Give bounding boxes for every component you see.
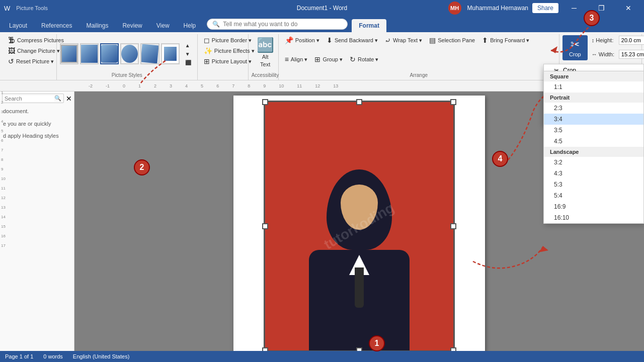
compress-icon: 🗜 — [8, 36, 15, 44]
crop-button-large[interactable]: ✂ Crop — [562, 35, 588, 60]
accessibility-label: Accessibility — [252, 72, 275, 79]
title-bar: W Picture Tools Document1 - Word MH Muha… — [0, 0, 644, 16]
ribbon-tabs: Layout References Mailings Review View H… — [0, 16, 644, 32]
minimize-button[interactable]: ─ — [562, 0, 586, 16]
tab-review[interactable]: Review — [115, 19, 149, 32]
sidebar-close-icon[interactable]: ✕ — [66, 95, 72, 103]
ribbon-search-bar[interactable]: 🔍 — [207, 19, 348, 30]
page-info: Page 1 of 1 — [5, 353, 33, 359]
photo-container[interactable]: tutorkoding — [264, 101, 455, 352]
reset-icon: ↺ — [8, 57, 14, 65]
selection-pane-button[interactable]: ▤ Selection Pane — [426, 35, 478, 45]
style-thumb-1[interactable] — [60, 43, 78, 64]
position-button[interactable]: 📌 Position ▾ — [282, 35, 323, 45]
styles-expand[interactable]: ⬛ — [182, 59, 194, 66]
handle-top-middle[interactable] — [356, 99, 362, 105]
head-hijab — [327, 169, 392, 250]
rotate-button[interactable]: ↻ Rotate ▾ — [347, 54, 381, 64]
search-icon: 🔍 — [212, 21, 220, 28]
style-thumb-2[interactable] — [80, 43, 99, 64]
wrap-text-button[interactable]: ⤾ Wrap Text ▾ — [382, 35, 425, 45]
username: Muhammad Hernawan — [467, 5, 528, 12]
document-page: tutorkoding — [233, 96, 485, 362]
tab-format[interactable]: Format — [352, 19, 386, 32]
aspect-4-3[interactable]: 4:3 — [544, 168, 643, 179]
handle-middle-left[interactable] — [262, 223, 268, 229]
aspect-3-5[interactable]: 3:5 — [544, 125, 643, 136]
height-input[interactable] — [619, 36, 644, 45]
person-illustration — [309, 169, 410, 350]
group-icon: ⊞ — [314, 55, 320, 63]
sidebar-text: document. e you are or quickly d apply H… — [2, 105, 72, 142]
aspect-4-5[interactable]: 4:5 — [544, 136, 643, 147]
ribbon-group-accessibility: 🔤 Alt Text Accessibility — [249, 34, 279, 80]
style-thumb-5[interactable] — [140, 43, 159, 64]
bring-forward-button[interactable]: ⬆ Bring Forward ▾ — [479, 35, 532, 45]
aspect-16-9[interactable]: 16:9 — [544, 201, 643, 212]
wrap-icon: ⤾ — [385, 36, 391, 44]
tab-help[interactable]: Help — [177, 19, 203, 32]
aspect-5-3[interactable]: 5:3 — [544, 179, 643, 190]
aspect-2-3[interactable]: 2:3 — [544, 103, 643, 114]
search-input[interactable] — [223, 21, 342, 28]
tab-references[interactable]: References — [34, 19, 79, 32]
ribbon-group-adjust: 🗜 Compress Pictures 🖼 Change Picture ▾ ↺… — [2, 34, 57, 80]
word-count: 0 words — [43, 353, 63, 359]
tab-mailings[interactable]: Mailings — [79, 19, 115, 32]
avatar: MH — [448, 2, 461, 15]
group-button[interactable]: ⊞ Group ▾ — [311, 54, 346, 64]
tab-layout[interactable]: Layout — [2, 19, 34, 32]
handle-top-left[interactable] — [262, 99, 268, 105]
square-section: Square — [544, 71, 643, 81]
sidebar-search-icon[interactable]: 🔍 — [54, 95, 61, 102]
border-icon: ◻ — [204, 36, 210, 44]
sidebar-search[interactable]: 🔍 — [2, 94, 64, 103]
bring-forward-icon: ⬆ — [482, 36, 488, 44]
aspect-1-1[interactable]: 1:1 — [544, 81, 643, 93]
alt-text-button[interactable]: 🔤 Alt Text — [252, 35, 279, 70]
tie — [355, 267, 364, 308]
aspect-5-4[interactable]: 5:4 — [544, 190, 643, 201]
alt-text-icon: 🔤 — [257, 38, 274, 52]
styles-scroll-down[interactable]: ▼ — [182, 50, 194, 58]
share-button[interactable]: Share — [532, 3, 558, 13]
width-input[interactable] — [619, 50, 644, 59]
style-thumb-4[interactable] — [120, 43, 139, 64]
photo-background: tutorkoding — [265, 102, 453, 350]
width-label: ↔ Width: — [592, 51, 617, 57]
suit-body — [309, 250, 410, 350]
language: English (United States) — [73, 353, 130, 359]
ruler-marks: -2 -1 0 1 2 3 4 5 6 7 8 9 10 11 12 13 — [74, 83, 338, 88]
accessibility-buttons: 🔤 Alt Text — [252, 35, 275, 72]
handle-top-right[interactable] — [450, 99, 456, 105]
aspect-16-10[interactable]: 16:10 — [544, 212, 643, 223]
close-button[interactable]: ✕ — [617, 0, 640, 16]
adjust-buttons: 🗜 Compress Pictures 🖼 Change Picture ▾ ↺… — [5, 35, 53, 79]
layout-icon: ⊞ — [204, 57, 210, 65]
tab-view[interactable]: View — [149, 19, 177, 32]
effects-icon: ✨ — [204, 47, 212, 55]
aspect-ratio-submenu: Square 1:1 Portrait 2:3 3:4 3:5 4:5 Land… — [543, 71, 644, 224]
styles-scroll-up[interactable]: ▲ — [182, 42, 194, 49]
aspect-3-4[interactable]: 3:4 — [544, 114, 643, 125]
ribbon-group-border: ◻ Picture Border ▾ ✨ Picture Effects ▾ ⊞… — [198, 34, 249, 80]
portrait-section: Portrait — [544, 93, 643, 103]
sidebar-search-input[interactable] — [5, 96, 54, 102]
style-thumb-6[interactable] — [161, 43, 180, 64]
send-backward-button[interactable]: ⬇ Send Backward ▾ — [324, 35, 381, 45]
rotate-icon: ↻ — [350, 55, 356, 63]
send-backward-icon: ⬇ — [327, 36, 333, 44]
picture-tools-label: Picture Tools — [16, 5, 48, 11]
style-thumb-3[interactable] — [100, 43, 119, 64]
border-buttons: ◻ Picture Border ▾ ✨ Picture Effects ▾ ⊞… — [201, 35, 245, 79]
landscape-section: Landscape — [544, 147, 643, 157]
handle-middle-right[interactable] — [450, 223, 456, 229]
aspect-3-2[interactable]: 3:2 — [544, 157, 643, 168]
sidebar: 🔍 ✕ document. e you are or quickly d app… — [0, 92, 74, 362]
sidebar-header: 🔍 ✕ — [2, 94, 72, 103]
annotation-1: 1 — [369, 335, 385, 351]
selection-pane-icon: ▤ — [429, 36, 436, 44]
align-button[interactable]: ≡ Align ▾ — [282, 54, 311, 64]
picture-styles-content: ▲ ▼ ⬛ — [60, 35, 194, 72]
ribbon-group-picture-styles: ▲ ▼ ⬛ Picture Styles — [57, 34, 198, 80]
